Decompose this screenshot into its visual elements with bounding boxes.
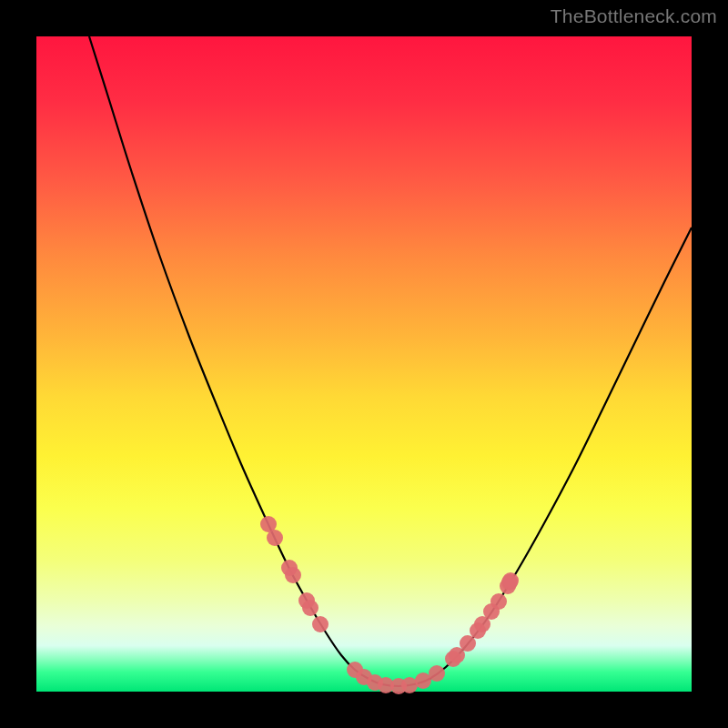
curve-marker [429,665,445,682]
chart-frame: TheBottleneck.com [0,0,728,728]
curve-marker [267,530,283,546]
plot-area [36,36,692,692]
curve-marker [502,572,519,589]
watermark-text: TheBottleneck.com [551,5,717,27]
curve-marker [490,593,507,610]
curve-marker [460,635,476,652]
curve-svg [36,36,692,692]
marker-group [260,516,519,694]
curve-marker [285,567,301,583]
curve-marker [302,600,318,616]
bottleneck-curve [89,36,692,686]
curve-marker [312,616,329,632]
